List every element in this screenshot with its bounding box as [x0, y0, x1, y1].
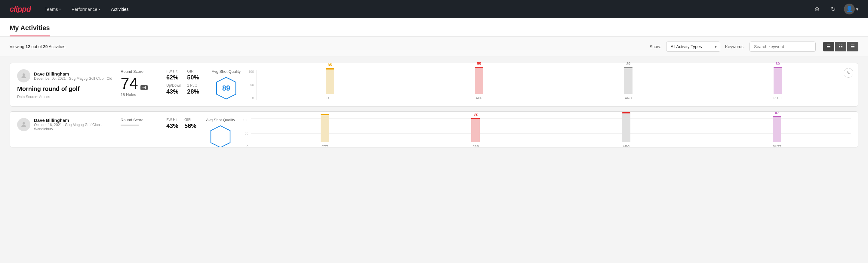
nav-performance[interactable]: Performance ▾: [67, 4, 104, 14]
card-stats: Round Score 74 +4 18 Holes FW Hit 62% GI…: [121, 69, 851, 100]
avatar-2: [17, 118, 30, 131]
nav-teams[interactable]: Teams ▾: [40, 4, 65, 14]
list-view-compact-button[interactable]: ☰: [823, 42, 834, 52]
activity-type-select[interactable]: All Activity Types: [666, 41, 720, 52]
fw-hit-label: FW Hit: [166, 69, 181, 74]
bar-chart-wrapper-2: 100 50 0 94 OTT: [241, 118, 851, 148]
user-name-2: Dave Billingham: [34, 118, 114, 123]
bar-value-ott-2: 94: [323, 111, 327, 113]
user-info: Dave Billingham December 05, 2021 · Gog …: [34, 71, 112, 81]
list-view-button[interactable]: ☰: [847, 42, 858, 52]
view-toggle: ☰ ☷ ☰: [823, 42, 858, 52]
bar-col-ott: 85 OTT: [256, 63, 403, 100]
card-left-2: Dave Billingham October 16, 2021 · Gog M…: [17, 118, 114, 134]
bar-value-putt: 89: [776, 62, 780, 66]
bar-label-ott-2: OTT: [321, 145, 328, 148]
activity-card: ✎ Dave Billingham December 05, 2021 · Go…: [10, 63, 858, 107]
logo[interactable]: clippd: [10, 4, 31, 14]
compact-list-icon: ☰: [827, 44, 831, 49]
user-row: Dave Billingham December 05, 2021 · Gog …: [17, 69, 114, 83]
hexagon-container: 89: [212, 76, 241, 100]
y-label-100-2: 100: [243, 118, 249, 122]
user-meta-2: October 16, 2021 · Gog Magog Golf Club ·…: [34, 123, 114, 131]
activities-list: ✎ Dave Billingham December 05, 2021 · Go…: [0, 57, 868, 153]
bar-col-arg: 89 ARG: [555, 62, 702, 100]
y-label-0: 0: [252, 96, 255, 100]
data-source: Data Source: Arccos: [17, 95, 114, 99]
teams-chevron-icon: ▾: [59, 7, 61, 11]
hexagon-container-2: [206, 124, 235, 147]
search-input[interactable]: [749, 41, 816, 52]
round-score-label-2: Round Score: [121, 118, 157, 122]
score-placeholder: [121, 124, 138, 126]
gir-stat-2: GIR 56%: [184, 118, 196, 129]
bar-label-arg-2: ARG: [623, 145, 630, 148]
up-down-value: 43%: [166, 88, 181, 95]
gir-stat: GIR 50%: [187, 69, 202, 81]
hexagon-svg-2: [209, 124, 232, 147]
y-label-100: 100: [248, 70, 255, 74]
refresh-icon[interactable]: ↻: [828, 4, 839, 14]
quality-section: Avg Shot Quality 89 100: [212, 69, 851, 100]
fw-hit-stat-2: FW Hit 43%: [166, 118, 178, 129]
round-score-label: Round Score: [121, 69, 157, 74]
bar-label-arg: ARG: [625, 96, 632, 100]
bar-label-putt: PUTT: [773, 96, 782, 100]
round-score-group: Round Score 74 +4 18 Holes: [121, 69, 157, 97]
keywords-label: Keywords:: [725, 44, 745, 49]
quality-left: Avg Shot Quality 89: [212, 69, 241, 100]
gir-label: GIR: [187, 69, 202, 74]
grid-line-mid: [256, 85, 851, 85]
stats-grid-2: FW Hit 43% GIR 56%: [166, 118, 196, 129]
bar-col-putt: 89 PUTT: [705, 62, 851, 100]
one-putt-stat: 1 Putt 28%: [187, 83, 202, 95]
svg-point-2: [23, 122, 25, 124]
bar-label-app: APP: [476, 96, 483, 100]
user-avatar-button[interactable]: 👤 ▾: [844, 4, 858, 14]
grid-line-top-2: [251, 118, 851, 119]
grid-line-top: [256, 70, 851, 70]
grid-line-mid-2: [251, 133, 851, 134]
score-badge: +4: [141, 85, 148, 90]
svg-marker-3: [211, 126, 230, 147]
avatar: [17, 69, 30, 83]
bar-value-arg: 89: [626, 62, 630, 66]
viewing-count-text: Viewing 12 out of 29 Activities: [10, 44, 645, 49]
avatar-chevron-icon: ▾: [856, 6, 858, 12]
nav-links: Teams ▾ Performance ▾ Activities: [40, 4, 802, 14]
bar-value-ott: 85: [328, 63, 332, 67]
nav-activities[interactable]: Activities: [107, 4, 133, 14]
performance-chevron-icon: ▾: [99, 7, 100, 11]
grid-view-button[interactable]: ☷: [835, 42, 846, 52]
show-label: Show:: [650, 44, 661, 49]
hexagon-shape-2: [209, 124, 232, 147]
bar-chart-wrapper: 100 50 0 85: [247, 70, 851, 100]
bar-col-app: 90 APP: [406, 61, 552, 100]
add-circle-icon[interactable]: ⊕: [811, 4, 822, 14]
user-meta: December 05, 2021 · Gog Magog Golf Club …: [34, 77, 112, 81]
fw-hit-stat: FW Hit 62%: [166, 69, 181, 81]
nav-right: ⊕ ↻ 👤 ▾: [811, 4, 858, 14]
card-stats-2: Round Score FW Hit 43% GIR 56% Avg Shot …: [121, 118, 851, 147]
activity-title: Morning round of golf: [17, 85, 114, 92]
avatar-icon: 👤: [844, 4, 855, 14]
bar-label-ott: OTT: [327, 96, 333, 100]
card-left: Dave Billingham December 05, 2021 · Gog …: [17, 69, 114, 99]
score-big: 74 +4: [121, 76, 157, 91]
navbar: clippd Teams ▾ Performance ▾ Activities …: [0, 0, 868, 18]
one-putt-label: 1 Putt: [187, 83, 202, 88]
gir-value-2: 56%: [184, 122, 196, 129]
up-down-label: Up/Down: [166, 83, 181, 88]
activity-card-2: Dave Billingham October 16, 2021 · Gog M…: [10, 111, 858, 147]
y-label-0-2: 0: [247, 145, 250, 148]
one-putt-value: 28%: [187, 88, 202, 95]
bar-value-putt-2: 87: [775, 111, 779, 115]
activity-type-select-wrapper: All Activity Types: [666, 41, 720, 52]
y-label-50: 50: [250, 83, 255, 87]
bar-col-app-2: 82 APP: [402, 112, 550, 148]
stats-grid: FW Hit 62% GIR 50% Up/Down 43% 1 Putt 28…: [166, 69, 202, 95]
bar-label-putt-2: PUTT: [773, 145, 781, 148]
bar-value-app-2: 82: [474, 112, 477, 116]
bar-col-arg-2: 106 ARG: [553, 111, 700, 147]
bar-value-app: 90: [477, 61, 481, 66]
